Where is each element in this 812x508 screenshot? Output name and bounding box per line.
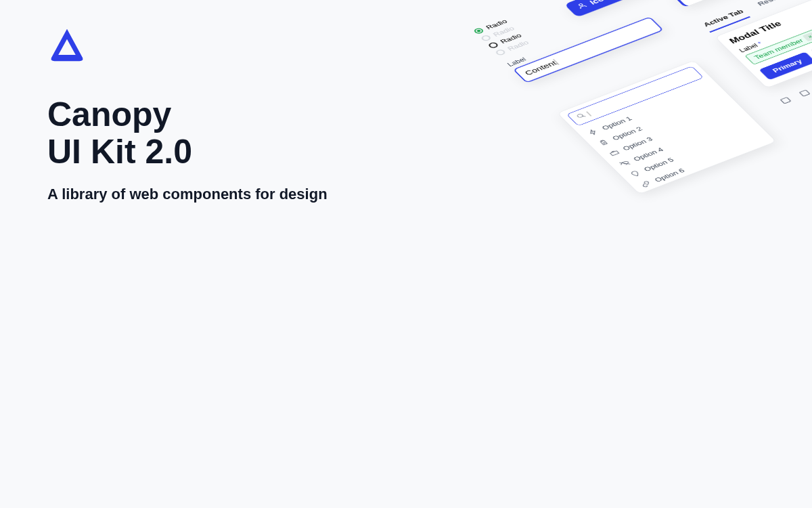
- barcode-icon: [797, 88, 812, 99]
- chip-remove-icon[interactable]: ×: [803, 32, 812, 41]
- link-icon: [639, 180, 652, 188]
- radio-icon: [487, 41, 499, 49]
- page-subtitle: A library of web components for design: [47, 184, 332, 205]
- radio-icon: [495, 49, 507, 56]
- user-icon: [575, 1, 590, 11]
- svg-point-0: [579, 3, 583, 6]
- radio-icon: [473, 27, 485, 35]
- svg-rect-3: [800, 90, 810, 96]
- brand-logo: [47, 26, 87, 65]
- search-icon: [575, 112, 589, 121]
- radio-group: RadioRadioRadioRadio: [472, 3, 570, 58]
- pin-icon: [629, 169, 642, 177]
- icon-caret-button[interactable]: Icon + caret: [564, 0, 678, 18]
- textarea-value: Content: [523, 60, 558, 77]
- eye-off-icon: [618, 159, 631, 167]
- chart-icon: [778, 96, 795, 106]
- svg-rect-2: [780, 98, 790, 104]
- svg-point-1: [577, 114, 583, 118]
- dropdown-listbox: Option 1Option 2Option 3Option 4Option 5…: [557, 60, 777, 194]
- radio-icon: [480, 35, 492, 42]
- page-title: CanopyUI Kit 2.0: [47, 96, 332, 171]
- lightning-icon: [586, 128, 600, 136]
- clipboard-x-icon: [597, 138, 610, 146]
- briefcase-icon: [608, 149, 621, 157]
